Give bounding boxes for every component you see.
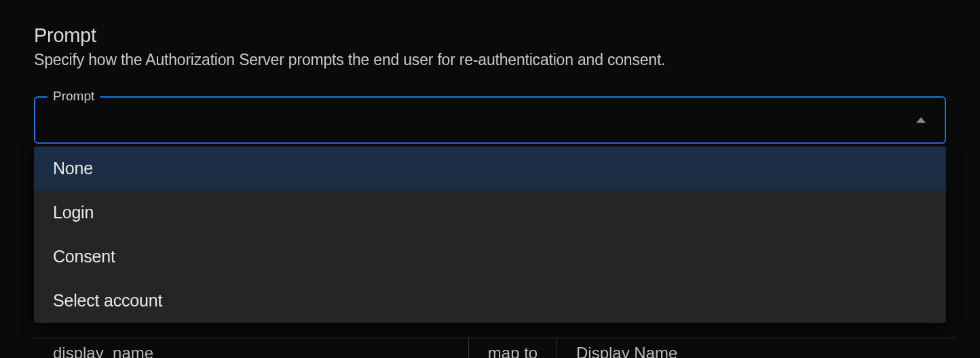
prompt-option[interactable]: Consent (34, 235, 946, 279)
prompt-dropdown: NoneLoginConsentSelect account (34, 146, 946, 323)
prompt-option[interactable]: Select account (34, 279, 946, 323)
mapping-relation-cell: map to (468, 338, 557, 358)
prompt-option[interactable]: None (34, 146, 946, 191)
section-title: Prompt (34, 24, 946, 47)
prompt-select-wrapper: Prompt NoneLoginConsentSelect account (34, 96, 946, 144)
prompt-float-label: Prompt (48, 89, 100, 104)
chevron-up-icon (916, 117, 926, 123)
mapping-source-cell: display_name (34, 338, 468, 358)
prompt-select[interactable]: Prompt (34, 96, 946, 144)
background-mapping-row: display_name map to Display Name (34, 338, 956, 358)
section-description: Specify how the Authorization Server pro… (34, 51, 946, 69)
mapping-target-cell: Display Name (557, 338, 956, 358)
prompt-option[interactable]: Login (34, 191, 946, 235)
